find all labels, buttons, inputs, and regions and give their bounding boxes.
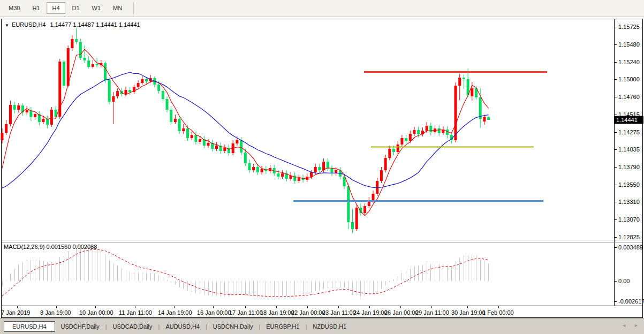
candle-body [141,79,143,83]
time-axis-label: 29 Jan 11:00 [415,309,449,316]
candle-body [170,110,172,122]
chart-canvas[interactable]: 1.157251.154801.152401.150001.147601.145… [0,0,644,334]
price-axis-label: 1.13070 [618,216,640,223]
candle-body [34,114,36,117]
chart-tab-nzdusd-h1[interactable]: NZDUSD,H1 [307,322,352,331]
candle-body [413,130,416,134]
candle-body [79,42,82,58]
candle-body [298,178,300,181]
candle-body [26,110,28,112]
price-axis[interactable]: 1.157251.154801.152401.150001.147601.145… [614,24,643,240]
candle-body [261,169,263,172]
candle-body [281,173,284,177]
candle-body [438,128,441,133]
candle-body [194,135,197,142]
price-axis-label: 1.13310 [618,199,640,205]
candle-body [75,39,78,42]
candle-body [71,39,73,48]
candle-body [199,139,201,142]
candle-body [112,96,115,102]
candle-body [483,117,486,122]
chart-tabs-bar: ◄► EURUSD,H4USDCHF,Daily|USDCAD,Daily|AU… [0,318,644,334]
candle-body [178,119,181,131]
time-axis-label: 18 Jan 19:00 [260,309,294,316]
candle-body [463,78,465,79]
macd-axis-label: 0.00 [618,278,630,284]
scroll-left-icon[interactable]: ◄ [622,323,626,328]
candle-body [479,97,482,119]
candle-body [314,167,317,172]
candle-body [388,149,391,158]
chart-tab-usdcad-daily[interactable]: USDCAD,Daily [107,322,158,331]
time-axis-label: 8 Jan 19:00 [40,309,71,316]
price-axis-label: 1.13550 [618,181,640,188]
candle-body [145,79,148,81]
candle-body [207,143,210,146]
candle-body [347,186,350,222]
candle-body [157,85,160,91]
candle-body [384,158,387,170]
current-price-value: 1.14441 [616,117,638,123]
candle-body [236,140,238,143]
time-axis-label: 17 Jan 11:00 [229,309,263,316]
candle-body [191,135,193,138]
candle-body [405,138,407,141]
candle-body [162,91,164,99]
candle-body [50,110,53,125]
candle-body [108,80,111,102]
candle-body [223,148,226,151]
candle-body [240,140,243,153]
candle-body [429,126,432,132]
candle-body [244,153,247,163]
chart-tab-eurusd-h4[interactable]: EURUSD,H4 [4,321,55,332]
price-axis-label: 1.12825 [618,234,640,240]
chevron-down-icon[interactable]: ▼ [5,23,9,28]
candle-body [487,117,490,120]
candle-body [125,90,127,94]
chart-tab-usdchf-daily[interactable]: USDCHF,Daily [55,322,105,331]
time-axis[interactable]: 7 Jan 20198 Jan 19:0010 Jan 00:0011 Jan … [1,306,514,316]
candle-body [166,99,169,110]
candle-body [417,130,420,134]
time-axis-label: 11 Jan 11:00 [119,309,152,316]
chart-tab-eurgbp-h1[interactable]: EURGBP,H1 [260,322,305,331]
candle-body [104,63,107,80]
candle-body [252,167,255,170]
candle-body [128,90,131,92]
time-axis-label: 14 Jan 19:00 [158,309,192,316]
chart-tab-usdcnh-daily[interactable]: USDCNH,Daily [207,322,259,331]
price-axis-label: 1.15725 [618,24,640,30]
candle-body [380,170,383,181]
chart-tab-audusd-h4[interactable]: AUDUSD,H4 [160,322,206,331]
candle-body [409,134,412,141]
candle-body [277,173,279,177]
candle-body [174,119,177,122]
time-axis-label: 7 Jan 2019 [1,309,30,316]
time-axis-label: 24 Jan 19:00 [353,309,388,316]
macd-histogram[interactable] [2,245,489,297]
candle-body [397,145,399,152]
macd-indicator-label: MACD(12,26,9) 0.001560 0.002088 [4,244,97,250]
price-axis-label: 1.14760 [618,94,640,100]
price-axis-label: 1.15480 [618,41,640,48]
candle-body [13,105,16,110]
trendline-objects[interactable] [293,72,547,201]
candle-body [96,64,99,65]
candle-body [426,126,428,131]
time-axis-label: 22 Jan 00:00 [291,309,325,316]
candle-body [256,167,259,172]
candle-body [67,48,70,86]
chart-ohlc-values: 1.14477 1.14487 1.14441 1.14441 [50,21,140,28]
candle-body [63,62,65,86]
chart-window-border [2,19,643,318]
candle-body [186,128,189,138]
scroll-right-icon[interactable]: ► [634,323,639,328]
candle-body [318,167,321,170]
candle-body [355,208,358,229]
candle-body [471,88,473,96]
macd-axis-label: 0.003489 [618,244,643,250]
candlestick-series[interactable] [1,28,490,233]
tab-scroll-arrows: ◄► [614,323,639,328]
candle-body [42,119,45,122]
price-axis-label: 1.15240 [618,59,640,65]
